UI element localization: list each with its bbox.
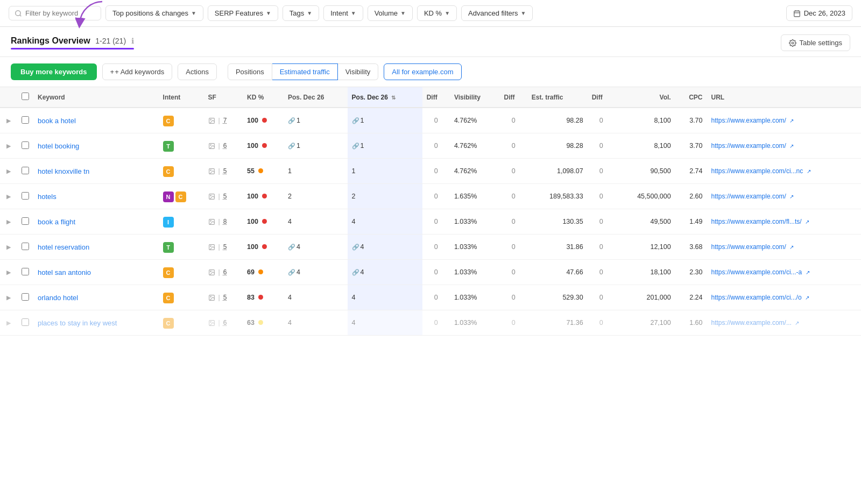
expand-cell: ▶	[0, 310, 17, 336]
sf-number[interactable]: 5	[223, 294, 227, 301]
url-link[interactable]: https://www.example.com/ci.../o	[711, 294, 802, 301]
visibility-cell: 1.033%	[450, 310, 500, 336]
info-icon[interactable]: ℹ	[131, 37, 134, 45]
expand-button[interactable]: ▶	[4, 318, 13, 328]
external-link-icon[interactable]: ↗	[807, 168, 811, 174]
expand-button[interactable]: ▶	[4, 268, 13, 277]
filter-input-wrap	[9, 6, 101, 20]
tags-dropdown[interactable]: Tags ▼	[283, 5, 319, 21]
advanced-filters-dropdown[interactable]: Advanced filters ▼	[461, 5, 533, 21]
url-link[interactable]: https://www.example.com/	[711, 117, 786, 124]
external-link-icon[interactable]: ↗	[789, 118, 794, 124]
url-link[interactable]: https://www.example.com/	[711, 142, 786, 150]
row-checkbox[interactable]	[22, 293, 29, 301]
traffic-diff-cell: 0	[588, 133, 615, 159]
vis-diff-cell: 0	[500, 235, 527, 260]
expand-button[interactable]: ▶	[4, 141, 13, 151]
url-link[interactable]: https://www.example.com/	[711, 193, 786, 200]
external-link-icon[interactable]: ↗	[806, 269, 810, 275]
keyword-link[interactable]: hotel booking	[38, 142, 79, 150]
checkbox-cell	[17, 235, 33, 260]
vis-diff-cell: 0	[500, 260, 527, 285]
pos2-value: 4	[361, 268, 364, 276]
external-link-icon[interactable]: ↗	[805, 295, 809, 301]
external-link-icon[interactable]: ↗	[795, 320, 799, 326]
kd-dot	[258, 320, 263, 325]
sf-number[interactable]: 5	[223, 167, 227, 175]
sf-number[interactable]: 6	[223, 142, 227, 150]
sf-number[interactable]: 8	[223, 218, 227, 225]
svg-point-6	[792, 42, 794, 44]
external-link-icon[interactable]: ↗	[789, 143, 794, 149]
sf-number[interactable]: 5	[223, 243, 227, 251]
sf-number[interactable]: 5	[223, 193, 227, 200]
url-link[interactable]: https://www.example.com/	[711, 243, 786, 251]
url-link[interactable]: https://www.example.com/ci...-a	[711, 268, 802, 276]
url-link[interactable]: https://www.example.com/ci...nc	[711, 167, 803, 175]
row-checkbox[interactable]	[22, 268, 29, 275]
date-selector[interactable]: Dec 26, 2023	[786, 5, 852, 21]
select-all-checkbox[interactable]	[22, 93, 29, 100]
est-traffic-cell: 98.28	[527, 108, 588, 133]
expand-button[interactable]: ▶	[4, 217, 13, 226]
intent-dropdown[interactable]: Intent ▼	[323, 5, 363, 21]
keyword-link[interactable]: book a hotel	[38, 117, 76, 125]
row-checkbox[interactable]	[22, 167, 29, 174]
top-positions-dropdown[interactable]: Top positions & changes ▼	[105, 5, 203, 21]
expand-button[interactable]: ▶	[4, 293, 13, 302]
est-traffic-col-header: Est. traffic	[527, 87, 588, 108]
keyword-link[interactable]: places to stay in key west	[38, 319, 117, 327]
actions-button[interactable]: Actions	[178, 63, 217, 80]
expand-button[interactable]: ▶	[4, 192, 13, 201]
kd-value: 63	[247, 319, 255, 326]
sf-number[interactable]: 6	[223, 319, 227, 326]
external-link-icon[interactable]: ↗	[789, 244, 794, 250]
url-link[interactable]: https://www.example.com/fl...ts/	[711, 218, 802, 225]
keyword-link[interactable]: book a flight	[38, 218, 75, 226]
positions-tab[interactable]: Positions	[228, 63, 272, 80]
kd-cell: 69	[243, 260, 284, 285]
svg-point-10	[210, 144, 211, 145]
estimated-traffic-tab[interactable]: Estimated traffic	[272, 63, 338, 80]
expand-button[interactable]: ▶	[4, 243, 13, 252]
pos2-col-header[interactable]: Pos. Dec 26 ⇅	[348, 87, 422, 108]
intent-badge-n: N	[163, 191, 174, 202]
expand-button[interactable]: ▶	[4, 167, 13, 176]
keyword-link[interactable]: hotel knoxville tn	[38, 167, 89, 175]
intent-cell: C	[159, 261, 204, 285]
visibility-tab[interactable]: Visibility	[338, 63, 379, 80]
table-row: ▶ hotel knoxville tn C | 5 55 1 1 0 4.76…	[0, 159, 861, 184]
keyword-link[interactable]: orlando hotel	[38, 294, 78, 302]
filter-input[interactable]	[25, 9, 95, 17]
buy-more-keywords-button[interactable]: Buy more keywords	[11, 63, 97, 80]
volume-dropdown[interactable]: Volume ▼	[368, 5, 413, 21]
pos1-cell: 2	[284, 184, 348, 209]
table-body: ▶ book a hotel C | 7 100 🔗1 🔗1 0 4.762%	[0, 108, 861, 336]
serp-features-dropdown[interactable]: SERP Features ▼	[208, 5, 278, 21]
table-settings-button[interactable]: Table settings	[781, 34, 851, 51]
add-keywords-button[interactable]: + + Add keywords	[102, 63, 173, 80]
kd-cell: 100	[243, 184, 284, 209]
row-checkbox[interactable]	[22, 217, 29, 225]
row-checkbox[interactable]	[22, 318, 29, 326]
row-checkbox[interactable]	[22, 243, 29, 250]
pos1-value: 4	[288, 218, 292, 225]
kd-cell: 100	[243, 209, 284, 235]
keyword-link[interactable]: hotels	[38, 193, 57, 201]
all-for-button[interactable]: All for example.com	[384, 63, 461, 80]
row-checkbox[interactable]	[22, 141, 29, 149]
row-checkbox[interactable]	[22, 192, 29, 200]
external-link-icon[interactable]: ↗	[805, 219, 809, 225]
pos2-value: 4	[352, 294, 356, 301]
keyword-link[interactable]: hotel san antonio	[38, 268, 91, 276]
table-row: ▶ hotel reservation T | 5 100 🔗4 🔗4 0 1.…	[0, 235, 861, 260]
expand-button[interactable]: ▶	[4, 116, 13, 125]
row-checkbox[interactable]	[22, 116, 29, 124]
keyword-link[interactable]: hotel reservation	[38, 243, 89, 251]
sf-number[interactable]: 7	[223, 117, 227, 124]
external-link-icon[interactable]: ↗	[789, 194, 794, 200]
url-link[interactable]: https://www.example.com/...	[711, 319, 792, 326]
sf-number[interactable]: 6	[223, 268, 227, 276]
kd-percent-dropdown[interactable]: KD % ▼	[417, 5, 457, 21]
visibility-cell: 1.033%	[450, 235, 500, 260]
